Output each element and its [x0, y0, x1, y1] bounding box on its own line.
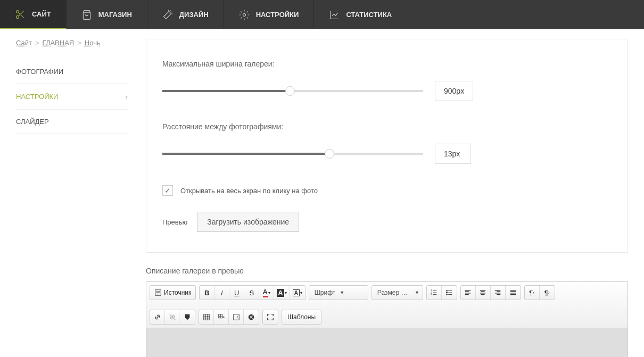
max-width-label: Максимальная ширина галереи: — [162, 60, 612, 68]
breadcrumb: Сайт>ГЛАВНАЯ>Ночь — [16, 39, 128, 47]
nav-label: ДИЗАЙН — [179, 11, 209, 19]
scissors-icon — [15, 9, 26, 20]
slider-thumb[interactable] — [325, 149, 334, 159]
nav-label: СТАТИСТИКА — [346, 11, 392, 19]
nav-shop[interactable]: МАГАЗИН — [67, 0, 147, 29]
svg-point-1 — [16, 15, 19, 18]
nav-label: САЙТ — [32, 10, 51, 18]
bg-color-button[interactable]: A▾ — [274, 286, 290, 300]
italic-button[interactable]: I — [214, 286, 229, 300]
svg-rect-12 — [233, 314, 239, 320]
svg-point-7 — [446, 290, 447, 291]
max-width-slider[interactable] — [162, 90, 423, 92]
embed-button[interactable] — [244, 310, 259, 324]
gap-slider[interactable] — [162, 153, 423, 155]
chevron-right-icon: › — [125, 92, 128, 101]
gap-label: Расстояние между фотографиями: — [162, 122, 612, 131]
underline-button[interactable]: U — [229, 286, 244, 300]
nav-label: МАГАЗИН — [98, 11, 132, 19]
editor-content-area[interactable] — [146, 328, 628, 357]
svg-rect-10 — [203, 314, 209, 320]
svg-point-2 — [243, 13, 245, 16]
nav-label: НАСТРОЙКИ — [256, 11, 299, 19]
font-dropdown[interactable]: Шрифт▼ — [309, 286, 368, 300]
editor-toolbar: Источник B I U S A▾ A▾ A▾ Шрифт▼ — [146, 282, 628, 328]
link-button[interactable] — [150, 310, 165, 324]
max-width-value[interactable]: 900px — [435, 81, 473, 101]
top-nav: САЙТМАГАЗИНДИЗАЙННАСТРОЙКИСТАТИСТИКА — [0, 0, 644, 29]
preview-label: Превью — [162, 218, 187, 226]
nav-stats[interactable]: СТАТИСТИКА — [314, 0, 407, 29]
sidebar-item-label: НАСТРОЙКИ — [16, 93, 58, 101]
style-button[interactable]: A▾ — [290, 286, 305, 300]
breadcrumb-link[interactable]: Сайт — [16, 39, 32, 47]
strike-button[interactable]: S — [244, 286, 259, 300]
rich-text-editor: Источник B I U S A▾ A▾ A▾ Шрифт▼ — [146, 281, 628, 357]
nav-design[interactable]: ДИЗАЙН — [147, 0, 224, 29]
table-button[interactable] — [199, 310, 214, 324]
sidebar-menu: ФОТОГРАФИИНАСТРОЙКИ›СЛАЙДЕР — [16, 60, 128, 134]
sidebar-item-settings[interactable]: НАСТРОЙКИ› — [16, 84, 128, 110]
fullscreen-label: Открывать на весь экран по клику на фото — [180, 187, 318, 195]
sidebar-item-slider[interactable]: СЛАЙДЕР — [16, 110, 128, 134]
svg-point-0 — [16, 10, 19, 13]
fullscreen-checkbox[interactable]: ✓ — [162, 185, 173, 196]
nav-site[interactable]: САЙТ — [0, 0, 67, 29]
upload-image-button[interactable]: Загрузить изображение — [197, 212, 299, 232]
chart-icon — [329, 10, 340, 20]
nav-settings[interactable]: НАСТРОЙКИ — [224, 0, 315, 29]
sidebar-item-label: ФОТОГРАФИИ — [16, 68, 63, 76]
maximize-button[interactable] — [263, 310, 278, 324]
breadcrumb-link[interactable]: ГЛАВНАЯ — [43, 39, 75, 47]
numbered-list-button[interactable]: 123 — [427, 286, 442, 300]
align-center-button[interactable] — [476, 286, 491, 300]
rtl-button[interactable]: ¶› — [540, 286, 555, 300]
align-right-button[interactable] — [491, 286, 506, 300]
anchor-button[interactable] — [180, 310, 195, 324]
bold-button[interactable]: B — [200, 286, 214, 300]
svg-point-9 — [446, 294, 447, 295]
bag-icon — [81, 10, 92, 20]
font-size-dropdown[interactable]: Размер ш...▼ — [372, 286, 423, 300]
breadcrumb-link[interactable]: Ночь — [85, 39, 101, 47]
svg-text:3: 3 — [431, 293, 432, 295]
wand-icon — [162, 10, 173, 20]
text-color-button[interactable]: A▾ — [259, 286, 274, 300]
sidebar-item-photos[interactable]: ФОТОГРАФИИ — [16, 60, 128, 84]
sidebar-item-label: СЛАЙДЕР — [16, 118, 49, 126]
description-title: Описание галереи в превью — [146, 267, 628, 275]
gap-value[interactable]: 13px — [435, 144, 471, 164]
bullet-list-button[interactable] — [442, 286, 457, 300]
align-justify-button[interactable] — [506, 286, 521, 300]
templates-button[interactable]: Шаблоны — [282, 310, 321, 324]
slider-thumb[interactable] — [285, 86, 295, 96]
source-button[interactable]: Источник — [150, 286, 195, 300]
special-char-button[interactable] — [229, 310, 244, 324]
svg-point-8 — [446, 292, 447, 293]
gear-icon — [239, 10, 250, 20]
unlink-button[interactable] — [165, 310, 180, 324]
ltr-button[interactable]: ¶‹ — [525, 286, 540, 300]
align-left-button[interactable] — [461, 286, 476, 300]
settings-panel: Максимальная ширина галереи: 900px Расст… — [146, 39, 628, 253]
insert-row-button[interactable] — [214, 310, 229, 324]
